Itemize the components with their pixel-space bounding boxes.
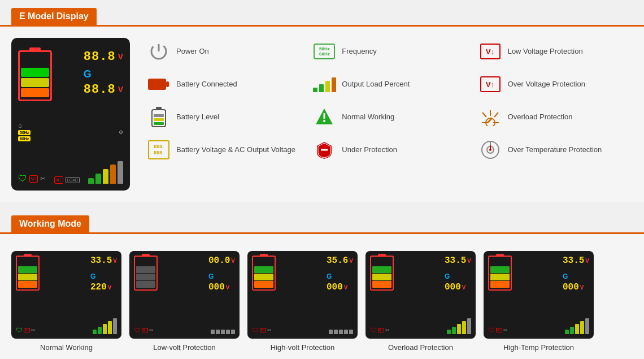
icon-label-output-load: Output Load Percent (342, 80, 410, 89)
mode-barchart-overload (447, 318, 471, 334)
mode-display-highvolt: 35.6 V G 000 V (247, 251, 358, 339)
mode-vi-hightemp: V↓ (496, 328, 502, 332)
mode-v-bottom-normal: V (108, 284, 112, 291)
frequency-icon-box: 50Hz 60Hz (312, 41, 336, 62)
mode-card-lowvolt: 00.0 V G 000 V (129, 251, 240, 352)
lcd-scissors-icon: ✂ (40, 175, 46, 183)
mode-digit-bottom-overload: 000 (445, 282, 461, 292)
mode-v-top-overload: V (467, 258, 471, 264)
mode-digit-bottom-normal: 220 (90, 282, 107, 292)
over-volt-vi-text: V↑ (486, 80, 494, 89)
svg-rect-3 (166, 81, 169, 87)
power-on-icon-box (147, 41, 171, 62)
ol-bar-1 (313, 88, 317, 92)
icons-grid: Power On 50Hz 60Hz Frequency (147, 38, 633, 163)
mode-g-overload: G (445, 273, 450, 280)
mode-digit-top-lowvolt: 00.0 (208, 256, 230, 266)
mode-battery-hightemp (488, 256, 512, 291)
mode-digit-bottom-hightemp: 000 (563, 282, 579, 292)
mode-battery-overload (370, 256, 394, 291)
icon-item-output-load: Output Load Percent (312, 71, 467, 98)
over-voltage-icon-box: V↑ (478, 74, 502, 94)
mode-label-highvolt: High-volt Protection (271, 343, 334, 352)
lcd-display: 88.8 V G 88.8 V ⊙ (11, 38, 130, 191)
mode-digit-bottom-highvolt: 000 (327, 282, 343, 292)
working-mode-section: Working Mode 33.5 V (0, 207, 644, 359)
lcd-v-bottom: V (118, 85, 123, 94)
mode-v-top-normal: V (113, 258, 117, 264)
icon-label-under-protection: Under Protection (342, 145, 397, 155)
mode-g-lowvolt: G (208, 273, 214, 280)
icon-label-battery-level: Battery Level (176, 113, 219, 122)
mode-shield-overload: 🛡 (370, 326, 377, 334)
icon-label-over-temp: Over Temperature Protection (508, 145, 602, 155)
mode-shield-highvolt: 🛡 (252, 326, 259, 334)
icon-item-overload: Overload Protection (478, 103, 633, 131)
icon-label-battery-connected: Battery Connected (176, 80, 237, 89)
mode-barchart-normal (93, 318, 117, 334)
mode-v-top-hightemp: V (585, 258, 589, 264)
mode-vi-highvolt: V↑ (260, 328, 266, 332)
mode-scissors-overload: ✂ (385, 327, 390, 333)
svg-line-15 (482, 113, 486, 117)
svg-point-24 (489, 149, 491, 151)
output-load-icon-box (312, 74, 336, 94)
icon-label-power-on: Power On (176, 47, 209, 57)
icon-label-overload: Overload Protection (508, 113, 573, 122)
lcd-vi-bottom-icon: V↓ (54, 176, 63, 184)
mode-label-hightemp: High-Temp Protection (503, 343, 574, 352)
mode-display-normal: 33.5 V G 220 V (11, 251, 121, 339)
battery-voltage-icon-box: 888. 888. (147, 140, 171, 160)
icon-label-over-voltage: Over Voltage Protection (508, 80, 585, 89)
lcd-digit-top: 88.8 (84, 50, 116, 64)
mode-vi-normal: V↓ (24, 328, 30, 332)
icon-item-frequency: 50Hz 60Hz Frequency (312, 38, 467, 65)
mode-scissors-lowvolt: ✂ (149, 327, 154, 333)
overload-icon-box (478, 107, 502, 127)
mode-barchart-highvolt (329, 318, 353, 334)
mode-card-hightemp: 33.5 V G 000 V (484, 251, 594, 352)
mode-v-bottom-lowvolt: V (226, 284, 230, 291)
mode-display-hightemp: 33.5 V G 000 V (484, 251, 594, 339)
mode-card-overload: 33.5 V G 000 V (365, 251, 476, 352)
lcd-load-badge: LOAD (66, 177, 80, 183)
svg-rect-7 (154, 118, 164, 121)
mode-label-normal: Normal Working (40, 343, 93, 352)
freq-badge-60: 60Hz (18, 136, 31, 141)
mode-barchart-hightemp (565, 318, 589, 334)
emodel-title: E Model Display (11, 8, 97, 25)
mode-v-bottom-hightemp: V (580, 284, 584, 291)
mode-digit-top-overload: 33.5 (445, 256, 466, 266)
mode-g-hightemp: G (563, 273, 568, 280)
mode-digit-top-highvolt: 35.6 (327, 256, 348, 266)
normal-working-icon-box (312, 107, 336, 127)
icon-item-over-voltage: V↑ Over Voltage Protection (478, 71, 633, 98)
mode-g-normal: G (90, 273, 95, 280)
mode-display-lowvolt: 00.0 V G 000 V (129, 251, 240, 339)
mode-barchart-lowvolt (211, 318, 235, 334)
icon-label-normal-working: Normal Working (342, 113, 394, 122)
bat-volt-top: 888. (154, 144, 164, 149)
bat-volt-bottom: 888. (154, 150, 164, 155)
mode-label-overload: Overload Protection (388, 343, 453, 352)
mode-v-bottom-overload: V (462, 284, 466, 291)
mode-shield-normal: 🛡 (16, 326, 23, 334)
icon-label-frequency: Frequency (342, 47, 376, 57)
mode-digit-top-normal: 33.5 (90, 256, 112, 266)
mode-shield-hightemp: 🛡 (488, 326, 495, 334)
mode-battery-normal (16, 256, 40, 291)
under-protection-icon-box (312, 140, 336, 160)
svg-rect-8 (154, 114, 164, 117)
mode-battery-highvolt (252, 256, 276, 291)
freq-badge-50: 50Hz (18, 130, 31, 135)
icon-item-battery-connected: Battery Connected (147, 71, 301, 98)
working-mode-title: Working Mode (11, 215, 89, 232)
mode-digit-top-hightemp: 33.5 (563, 256, 584, 266)
lcd-small-icons: ⚙ (119, 129, 123, 135)
mode-scissors-normal: ✂ (31, 327, 36, 333)
mode-g-highvolt: G (327, 273, 332, 280)
ol-bar-3 (325, 81, 330, 92)
lcd-g-icon: G (84, 68, 92, 80)
icon-item-over-temp: Over Temperature Protection (478, 136, 633, 163)
mode-card-normal: 33.5 V G 220 V (11, 251, 121, 352)
